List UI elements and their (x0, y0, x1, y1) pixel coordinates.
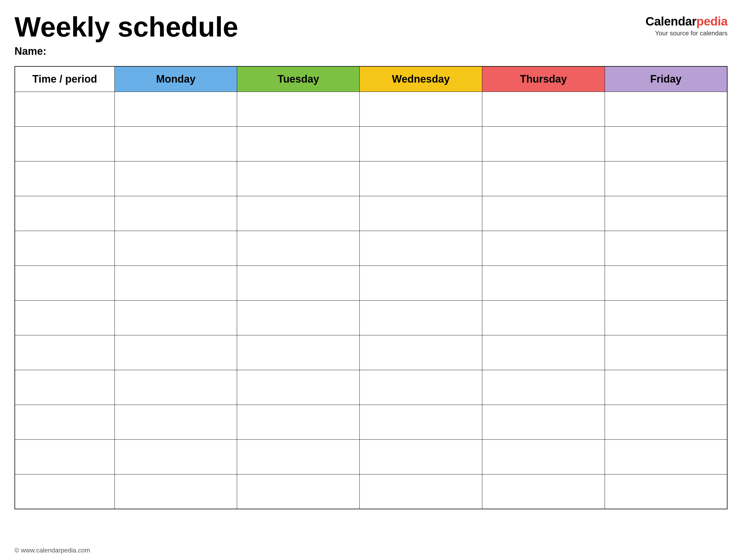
schedule-cell[interactable] (360, 300, 482, 335)
schedule-cell[interactable] (482, 300, 604, 335)
time-cell[interactable] (15, 265, 114, 300)
schedule-cell[interactable] (604, 370, 727, 405)
time-cell[interactable] (15, 231, 114, 265)
schedule-cell[interactable] (114, 440, 237, 474)
schedule-cell[interactable] (360, 265, 482, 300)
schedule-cell[interactable] (237, 126, 360, 161)
table-row (15, 405, 727, 440)
schedule-cell[interactable] (604, 440, 727, 474)
schedule-cell[interactable] (604, 126, 727, 161)
schedule-cell[interactable] (482, 196, 604, 231)
schedule-cell[interactable] (360, 474, 482, 509)
logo-tagline: Your source for calendars (655, 30, 728, 37)
schedule-cell[interactable] (114, 405, 237, 440)
table-row (15, 440, 727, 474)
schedule-cell[interactable] (604, 92, 727, 126)
schedule-cell[interactable] (482, 126, 604, 161)
schedule-cell[interactable] (482, 370, 604, 405)
schedule-cell[interactable] (114, 370, 237, 405)
name-label: Name: (14, 45, 238, 57)
time-cell[interactable] (15, 335, 114, 370)
col-header-friday: Friday (604, 66, 727, 92)
schedule-cell[interactable] (360, 405, 482, 440)
logo-text: Calendarpedia (645, 14, 728, 29)
col-header-thursday: Thursday (482, 66, 604, 92)
schedule-cell[interactable] (237, 231, 360, 265)
schedule-cell[interactable] (237, 405, 360, 440)
schedule-cell[interactable] (237, 335, 360, 370)
schedule-cell[interactable] (114, 474, 237, 509)
schedule-cell[interactable] (114, 231, 237, 265)
schedule-cell[interactable] (114, 126, 237, 161)
schedule-cell[interactable] (237, 161, 360, 196)
schedule-cell[interactable] (604, 405, 727, 440)
schedule-cell[interactable] (237, 370, 360, 405)
time-cell[interactable] (15, 196, 114, 231)
schedule-cell[interactable] (604, 265, 727, 300)
schedule-cell[interactable] (360, 231, 482, 265)
schedule-cell[interactable] (360, 440, 482, 474)
schedule-cell[interactable] (114, 300, 237, 335)
schedule-cell[interactable] (237, 474, 360, 509)
table-row (15, 92, 727, 126)
footer: © www.calendarpedia.com (14, 547, 90, 554)
schedule-cell[interactable] (237, 92, 360, 126)
schedule-cell[interactable] (360, 126, 482, 161)
schedule-cell[interactable] (482, 231, 604, 265)
schedule-cell[interactable] (114, 92, 237, 126)
schedule-cell[interactable] (482, 474, 604, 509)
table-row (15, 126, 727, 161)
col-header-wednesday: Wednesday (360, 66, 482, 92)
time-cell[interactable] (15, 161, 114, 196)
table-row (15, 196, 727, 231)
time-cell[interactable] (15, 474, 114, 509)
time-cell[interactable] (15, 300, 114, 335)
schedule-cell[interactable] (237, 196, 360, 231)
schedule-cell[interactable] (114, 265, 237, 300)
schedule-cell[interactable] (604, 300, 727, 335)
header-row: Time / period Monday Tuesday Wednesday T… (15, 66, 727, 92)
schedule-cell[interactable] (360, 161, 482, 196)
schedule-cell[interactable] (360, 92, 482, 126)
schedule-cell[interactable] (482, 335, 604, 370)
schedule-cell[interactable] (360, 196, 482, 231)
schedule-cell[interactable] (237, 300, 360, 335)
schedule-cell[interactable] (360, 370, 482, 405)
schedule-cell[interactable] (482, 265, 604, 300)
schedule-cell[interactable] (604, 196, 727, 231)
logo-pedia: pedia (696, 14, 728, 28)
schedule-cell[interactable] (237, 440, 360, 474)
table-row (15, 335, 727, 370)
schedule-cell[interactable] (114, 196, 237, 231)
col-header-monday: Monday (114, 66, 237, 92)
table-row (15, 474, 727, 509)
schedule-cell[interactable] (360, 335, 482, 370)
time-cell[interactable] (15, 440, 114, 474)
table-row (15, 300, 727, 335)
schedule-cell[interactable] (604, 231, 727, 265)
schedule-cell[interactable] (482, 161, 604, 196)
schedule-cell[interactable] (604, 474, 727, 509)
table-row (15, 161, 727, 196)
schedule-cell[interactable] (482, 405, 604, 440)
schedule-cell[interactable] (482, 440, 604, 474)
schedule-cell[interactable] (604, 161, 727, 196)
footer-url: © www.calendarpedia.com (14, 547, 90, 554)
schedule-cell[interactable] (114, 161, 237, 196)
schedule-cell[interactable] (237, 265, 360, 300)
schedule-cell[interactable] (114, 335, 237, 370)
time-cell[interactable] (15, 370, 114, 405)
time-cell[interactable] (15, 92, 114, 126)
schedule-cell[interactable] (482, 92, 604, 126)
title-section: Weekly schedule Name: (14, 12, 238, 57)
page-header: Weekly schedule Name: Calendarpedia Your… (14, 12, 728, 57)
schedule-cell[interactable] (604, 335, 727, 370)
table-body (15, 92, 727, 509)
table-row (15, 265, 727, 300)
logo-calendar: Calendar (645, 14, 696, 28)
table-row (15, 231, 727, 265)
time-cell[interactable] (15, 126, 114, 161)
col-header-tuesday: Tuesday (237, 66, 360, 92)
time-cell[interactable] (15, 405, 114, 440)
logo-section: Calendarpedia Your source for calendars (645, 12, 728, 37)
